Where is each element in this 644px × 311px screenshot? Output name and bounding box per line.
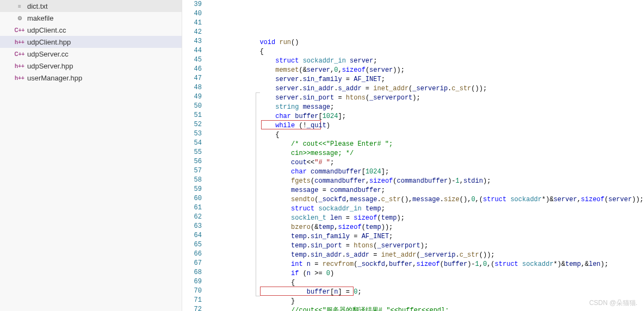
code-line-41[interactable]: struct sockaddr_in server; [208,57,644,66]
token-op: . [299,85,302,92]
token-op: ( [393,177,397,185]
cpp-file-icon: C++ [15,49,24,58]
code-line-64[interactable]: if (n >= 0) [208,269,644,278]
file-item-udpServer-cc[interactable]: C++udpServer.cc [0,48,182,60]
token-var: temp [291,251,307,259]
code-line-68[interactable]: //cout<<"服务器的翻译结果# "<<buffer<<endl; [208,306,644,311]
code-line-59[interactable]: bzero(&temp,sizeof(temp)); [208,223,644,232]
code-editor[interactable]: 3940414243444546474849505152535455565758… [182,0,644,311]
file-item-udpClient-hpp[interactable]: h++udpClient.hpp [0,36,182,48]
token-kw: sizeof [354,214,377,222]
token-fn: memset [275,66,299,74]
code-line-42[interactable]: memset(&server,0,sizeof(server)); [208,66,644,75]
token-kw: int [291,260,303,268]
line-number: 68 [182,268,202,277]
token-op: )); [381,223,393,231]
code-line-48[interactable]: while (!_quit) [208,121,644,130]
mk-file-icon: ⚙ [15,14,24,22]
code-line-56[interactable]: sendto(_sockfd,message.c_str(),message.s… [208,195,644,204]
token-op: , [577,196,581,203]
token-op: = [342,76,354,83]
code-line-47[interactable]: char buffer[1024]; [208,112,644,121]
code-line-54[interactable]: fgets(commandbuffer,sizeof(commandbuffer… [208,177,644,186]
code-line-58[interactable]: socklen_t len = sizeof(temp); [208,214,644,223]
line-number: 39 [182,0,202,9]
line-number: 59 [182,185,202,194]
line-number: 50 [182,102,202,111]
file-item-udpServer-hpp[interactable]: h++udpServer.hpp [0,60,182,72]
code-line-52[interactable]: cout<<"# "; [208,158,644,167]
token-op [307,168,311,176]
token-kw: sizeof [581,196,604,203]
token-var: server [369,66,393,74]
code-line-46[interactable]: string message; [208,103,644,112]
file-item-userManager-hpp[interactable]: h++userManager.hpp [0,72,182,84]
token-op: ]; [381,168,389,176]
code-line-50[interactable]: /* cout<<"Please Enter# "; [208,140,644,149]
file-item-makefile[interactable]: ⚙makefile [0,12,182,24]
code-line-39[interactable]: void run() [208,38,644,47]
code-line-53[interactable]: char commandbuffer[1024]; [208,167,644,177]
token-op: , [366,177,369,185]
token-op: . [440,196,444,203]
token-var: commandbuffer [311,168,362,176]
token-var: server [275,85,299,92]
file-item-dict-txt[interactable]: ≡dict.txt [0,0,182,12]
token-op: . [299,76,302,83]
code-line-62[interactable]: temp.sin_addr.s_addr = inet_addr(_server… [208,251,644,260]
token-op: ; [381,76,385,83]
code-line-51[interactable]: cin>>message; */ [208,149,644,158]
code-line-49[interactable]: { [208,130,644,140]
token-var: temp [565,260,581,268]
code-line-61[interactable]: temp.sin_port = htons(_serverport); [208,241,644,251]
token-kw: sizeof [338,223,361,231]
token-str: "# " [314,159,330,166]
line-number: 70 [182,287,202,296]
token-op: ; [373,57,377,65]
token-op: ( [417,251,420,259]
code-line-66[interactable]: buffer[n] = 0; [208,288,644,297]
token-kw: char [275,113,291,120]
code-line-55[interactable]: message = commandbuffer; [208,186,644,195]
code-line-63[interactable]: int n = recvfrom(_sockfd,buffer,sizeof(b… [208,260,644,269]
token-op [303,260,307,268]
line-number: 46 [182,65,202,74]
token-var: message [412,196,439,203]
token-op: ,& [581,260,589,268]
file-label: udpServer.hpp [27,62,73,70]
token-op [346,57,350,65]
token-var: temp [381,214,397,222]
line-number: 58 [182,176,202,185]
token-fn: sendto [291,196,314,203]
token-kw: struct [495,260,518,268]
code-line-44[interactable]: server.sin_addr.s_addr = inet_addr(_serv… [208,84,644,94]
token-var: buffer [295,113,318,120]
file-item-udpClient-cc[interactable]: C++udpClient.cc [0,24,182,36]
token-prop: sin_family [303,76,342,83]
token-op: *)& [542,196,554,203]
code-line-45[interactable]: server.sin_port = htons(_serverport); [208,94,644,103]
code-line-65[interactable]: { [208,278,644,288]
file-label: makefile [27,14,53,22]
line-number: 55 [182,148,202,157]
code-line-60[interactable]: temp.sin_family = AF_INET; [208,232,644,241]
token-op: { [259,48,263,55]
code-line-43[interactable]: server.sin_family = AF_INET; [208,75,644,84]
code-area[interactable]: void run() { struct sockaddr_in server; … [208,0,644,311]
token-var: message [303,103,330,111]
code-line-67[interactable]: } [208,297,644,306]
token-type: sockaddr_in [318,205,361,213]
token-kw: char [291,168,307,176]
token-op: ; [389,233,393,240]
token-op: (! [295,122,307,129]
code-line-57[interactable]: struct sockaddr_in temp; [208,204,644,214]
hpp-file-icon: h++ [15,73,24,82]
token-kw: void [259,39,275,46]
token-op: . [456,251,460,259]
token-op: , [412,260,416,268]
token-var: _serverip [420,251,456,259]
line-number: 63 [182,222,202,231]
file-explorer[interactable]: ≡dict.txt⚙makefileC++udpClient.cch++udpC… [0,0,182,311]
file-label: dict.txt [27,2,48,10]
code-line-40[interactable]: { [208,47,644,57]
